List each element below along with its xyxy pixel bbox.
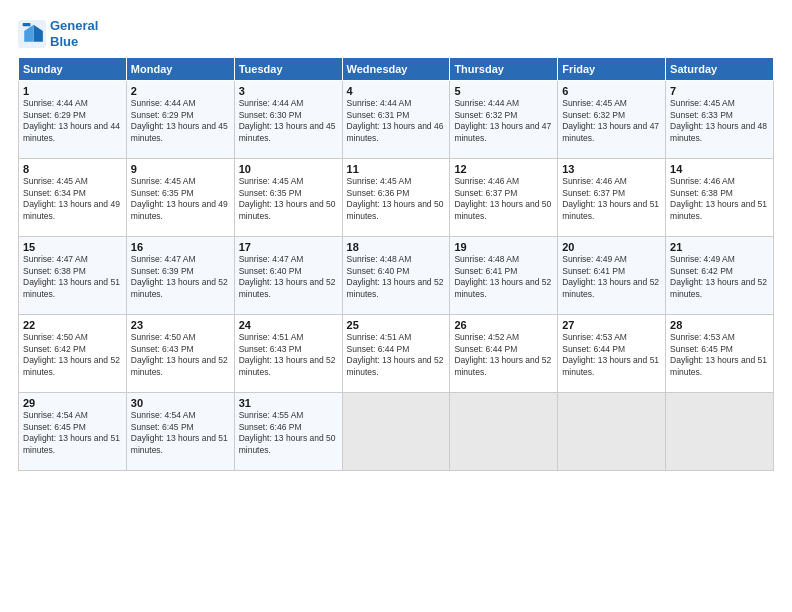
day-cell: 28 Sunrise: 4:53 AM Sunset: 6:45 PM Dayl… xyxy=(666,315,774,393)
day-number: 30 xyxy=(131,397,230,409)
day-info: Sunrise: 4:45 AM Sunset: 6:36 PM Dayligh… xyxy=(347,176,446,222)
day-info: Sunrise: 4:55 AM Sunset: 6:46 PM Dayligh… xyxy=(239,410,338,456)
day-info: Sunrise: 4:45 AM Sunset: 6:34 PM Dayligh… xyxy=(23,176,122,222)
col-header-wednesday: Wednesday xyxy=(342,58,450,81)
day-info: Sunrise: 4:45 AM Sunset: 6:35 PM Dayligh… xyxy=(239,176,338,222)
day-info: Sunrise: 4:51 AM Sunset: 6:43 PM Dayligh… xyxy=(239,332,338,378)
col-header-thursday: Thursday xyxy=(450,58,558,81)
day-info: Sunrise: 4:47 AM Sunset: 6:38 PM Dayligh… xyxy=(23,254,122,300)
col-header-friday: Friday xyxy=(558,58,666,81)
logo: General Blue xyxy=(18,18,98,49)
day-info: Sunrise: 4:44 AM Sunset: 6:30 PM Dayligh… xyxy=(239,98,338,144)
logo-text: General Blue xyxy=(50,18,98,49)
col-header-saturday: Saturday xyxy=(666,58,774,81)
day-cell: 15 Sunrise: 4:47 AM Sunset: 6:38 PM Dayl… xyxy=(19,237,127,315)
day-cell: 27 Sunrise: 4:53 AM Sunset: 6:44 PM Dayl… xyxy=(558,315,666,393)
day-number: 17 xyxy=(239,241,338,253)
col-header-sunday: Sunday xyxy=(19,58,127,81)
week-row-2: 8 Sunrise: 4:45 AM Sunset: 6:34 PM Dayli… xyxy=(19,159,774,237)
day-cell: 18 Sunrise: 4:48 AM Sunset: 6:40 PM Dayl… xyxy=(342,237,450,315)
page: General Blue SundayMondayTuesdayWednesda… xyxy=(0,0,792,612)
day-info: Sunrise: 4:45 AM Sunset: 6:33 PM Dayligh… xyxy=(670,98,769,144)
day-cell: 8 Sunrise: 4:45 AM Sunset: 6:34 PM Dayli… xyxy=(19,159,127,237)
day-number: 21 xyxy=(670,241,769,253)
day-cell: 21 Sunrise: 4:49 AM Sunset: 6:42 PM Dayl… xyxy=(666,237,774,315)
day-cell: 3 Sunrise: 4:44 AM Sunset: 6:30 PM Dayli… xyxy=(234,81,342,159)
day-info: Sunrise: 4:44 AM Sunset: 6:31 PM Dayligh… xyxy=(347,98,446,144)
day-number: 8 xyxy=(23,163,122,175)
day-cell: 11 Sunrise: 4:45 AM Sunset: 6:36 PM Dayl… xyxy=(342,159,450,237)
day-cell: 4 Sunrise: 4:44 AM Sunset: 6:31 PM Dayli… xyxy=(342,81,450,159)
day-cell: 22 Sunrise: 4:50 AM Sunset: 6:42 PM Dayl… xyxy=(19,315,127,393)
day-number: 22 xyxy=(23,319,122,331)
header-row: SundayMondayTuesdayWednesdayThursdayFrid… xyxy=(19,58,774,81)
day-number: 13 xyxy=(562,163,661,175)
day-cell: 23 Sunrise: 4:50 AM Sunset: 6:43 PM Dayl… xyxy=(126,315,234,393)
day-number: 6 xyxy=(562,85,661,97)
day-info: Sunrise: 4:44 AM Sunset: 6:32 PM Dayligh… xyxy=(454,98,553,144)
day-info: Sunrise: 4:52 AM Sunset: 6:44 PM Dayligh… xyxy=(454,332,553,378)
day-cell: 26 Sunrise: 4:52 AM Sunset: 6:44 PM Dayl… xyxy=(450,315,558,393)
day-number: 2 xyxy=(131,85,230,97)
week-row-3: 15 Sunrise: 4:47 AM Sunset: 6:38 PM Dayl… xyxy=(19,237,774,315)
day-cell: 29 Sunrise: 4:54 AM Sunset: 6:45 PM Dayl… xyxy=(19,393,127,471)
day-cell: 30 Sunrise: 4:54 AM Sunset: 6:45 PM Dayl… xyxy=(126,393,234,471)
day-info: Sunrise: 4:48 AM Sunset: 6:40 PM Dayligh… xyxy=(347,254,446,300)
day-number: 19 xyxy=(454,241,553,253)
header: General Blue xyxy=(18,18,774,49)
day-number: 20 xyxy=(562,241,661,253)
day-info: Sunrise: 4:45 AM Sunset: 6:35 PM Dayligh… xyxy=(131,176,230,222)
day-number: 27 xyxy=(562,319,661,331)
col-header-monday: Monday xyxy=(126,58,234,81)
day-number: 3 xyxy=(239,85,338,97)
day-number: 18 xyxy=(347,241,446,253)
day-cell: 1 Sunrise: 4:44 AM Sunset: 6:29 PM Dayli… xyxy=(19,81,127,159)
day-cell: 19 Sunrise: 4:48 AM Sunset: 6:41 PM Dayl… xyxy=(450,237,558,315)
day-info: Sunrise: 4:48 AM Sunset: 6:41 PM Dayligh… xyxy=(454,254,553,300)
day-info: Sunrise: 4:54 AM Sunset: 6:45 PM Dayligh… xyxy=(131,410,230,456)
day-cell: 9 Sunrise: 4:45 AM Sunset: 6:35 PM Dayli… xyxy=(126,159,234,237)
day-cell: 25 Sunrise: 4:51 AM Sunset: 6:44 PM Dayl… xyxy=(342,315,450,393)
day-number: 15 xyxy=(23,241,122,253)
day-info: Sunrise: 4:47 AM Sunset: 6:40 PM Dayligh… xyxy=(239,254,338,300)
day-number: 31 xyxy=(239,397,338,409)
calendar-table: SundayMondayTuesdayWednesdayThursdayFrid… xyxy=(18,57,774,471)
day-number: 9 xyxy=(131,163,230,175)
day-info: Sunrise: 4:50 AM Sunset: 6:43 PM Dayligh… xyxy=(131,332,230,378)
day-cell: 17 Sunrise: 4:47 AM Sunset: 6:40 PM Dayl… xyxy=(234,237,342,315)
day-number: 12 xyxy=(454,163,553,175)
day-info: Sunrise: 4:47 AM Sunset: 6:39 PM Dayligh… xyxy=(131,254,230,300)
day-cell: 31 Sunrise: 4:55 AM Sunset: 6:46 PM Dayl… xyxy=(234,393,342,471)
day-number: 26 xyxy=(454,319,553,331)
day-number: 5 xyxy=(454,85,553,97)
day-info: Sunrise: 4:44 AM Sunset: 6:29 PM Dayligh… xyxy=(131,98,230,144)
day-cell: 10 Sunrise: 4:45 AM Sunset: 6:35 PM Dayl… xyxy=(234,159,342,237)
day-number: 1 xyxy=(23,85,122,97)
day-info: Sunrise: 4:50 AM Sunset: 6:42 PM Dayligh… xyxy=(23,332,122,378)
week-row-5: 29 Sunrise: 4:54 AM Sunset: 6:45 PM Dayl… xyxy=(19,393,774,471)
day-number: 10 xyxy=(239,163,338,175)
day-cell: 5 Sunrise: 4:44 AM Sunset: 6:32 PM Dayli… xyxy=(450,81,558,159)
day-number: 29 xyxy=(23,397,122,409)
day-number: 25 xyxy=(347,319,446,331)
day-cell xyxy=(666,393,774,471)
logo-icon xyxy=(18,20,46,48)
svg-rect-3 xyxy=(23,23,31,26)
day-cell: 24 Sunrise: 4:51 AM Sunset: 6:43 PM Dayl… xyxy=(234,315,342,393)
day-number: 23 xyxy=(131,319,230,331)
day-info: Sunrise: 4:51 AM Sunset: 6:44 PM Dayligh… xyxy=(347,332,446,378)
day-number: 14 xyxy=(670,163,769,175)
day-cell: 7 Sunrise: 4:45 AM Sunset: 6:33 PM Dayli… xyxy=(666,81,774,159)
day-number: 4 xyxy=(347,85,446,97)
day-cell: 6 Sunrise: 4:45 AM Sunset: 6:32 PM Dayli… xyxy=(558,81,666,159)
day-cell xyxy=(450,393,558,471)
day-cell: 12 Sunrise: 4:46 AM Sunset: 6:37 PM Dayl… xyxy=(450,159,558,237)
day-info: Sunrise: 4:49 AM Sunset: 6:41 PM Dayligh… xyxy=(562,254,661,300)
day-info: Sunrise: 4:45 AM Sunset: 6:32 PM Dayligh… xyxy=(562,98,661,144)
day-info: Sunrise: 4:44 AM Sunset: 6:29 PM Dayligh… xyxy=(23,98,122,144)
day-info: Sunrise: 4:46 AM Sunset: 6:37 PM Dayligh… xyxy=(454,176,553,222)
day-cell: 13 Sunrise: 4:46 AM Sunset: 6:37 PM Dayl… xyxy=(558,159,666,237)
day-info: Sunrise: 4:53 AM Sunset: 6:45 PM Dayligh… xyxy=(670,332,769,378)
day-info: Sunrise: 4:46 AM Sunset: 6:37 PM Dayligh… xyxy=(562,176,661,222)
day-info: Sunrise: 4:53 AM Sunset: 6:44 PM Dayligh… xyxy=(562,332,661,378)
